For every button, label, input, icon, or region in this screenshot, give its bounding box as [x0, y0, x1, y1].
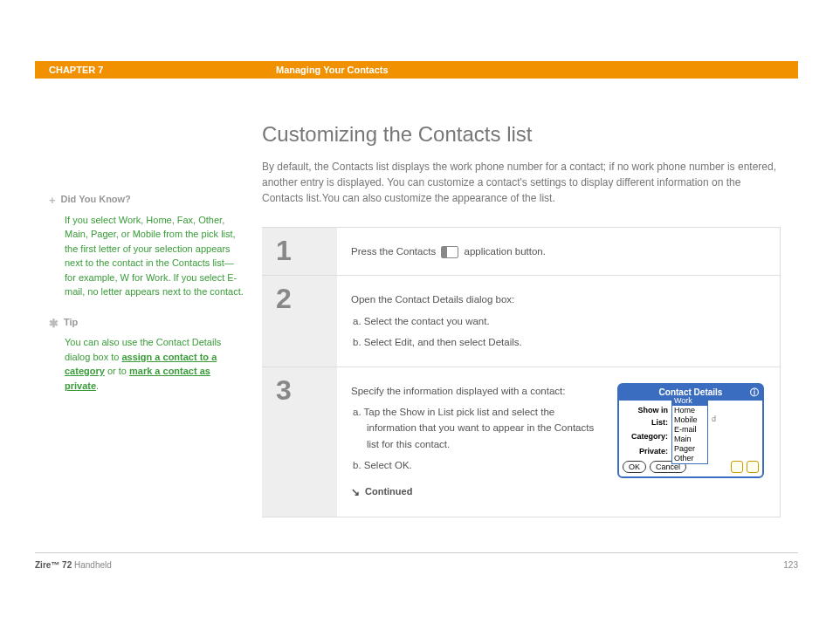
- step-3-text: Specify the information displayed with a…: [351, 383, 603, 501]
- picklist-option[interactable]: Work: [672, 396, 707, 406]
- show-in-list-label: Show in List:: [623, 404, 668, 429]
- step-2-text: Open the Contact Details dialog box: a. …: [351, 291, 764, 350]
- picklist-option[interactable]: Mobile: [672, 415, 707, 425]
- private-label: Private:: [623, 445, 668, 457]
- picklist-option[interactable]: Home: [672, 406, 707, 415]
- page-title: Customizing the Contacts list: [262, 122, 781, 147]
- note-icon[interactable]: [731, 461, 743, 473]
- picklist-option[interactable]: Main: [672, 435, 707, 444]
- step-3: 3 Specify the information displayed with…: [262, 367, 781, 517]
- step-2: 2 Open the Contact Details dialog box: a…: [262, 275, 781, 366]
- picklist-option[interactable]: Pager: [672, 444, 707, 454]
- category-label: Category:: [623, 430, 668, 442]
- info-icon: ⓘ: [750, 386, 759, 400]
- delete-icon[interactable]: [747, 461, 759, 473]
- intro-paragraph: By default, the Contacts list displays t…: [262, 159, 781, 206]
- product-name: Zire™ 72 Handheld: [35, 560, 112, 570]
- step-number: 3: [262, 367, 337, 517]
- footer: Zire™ 72 Handheld 123: [35, 552, 798, 570]
- asterisk-icon: ✱: [49, 315, 59, 332]
- ok-button[interactable]: OK: [623, 461, 646, 473]
- tip-text: You can also use the Contact Details dia…: [49, 335, 244, 393]
- did-you-know-label: Did You Know?: [61, 192, 131, 207]
- continued-indicator: ↘ Continued: [351, 484, 603, 501]
- tip-note: ✱ Tip You can also use the Contact Detai…: [49, 315, 244, 394]
- main-content: Customizing the Contacts list By default…: [262, 105, 798, 517]
- did-you-know-note: + Did You Know? If you select Work, Home…: [49, 192, 244, 299]
- section-label: Managing Your Contacts: [276, 65, 798, 75]
- chapter-label: CHAPTER 7: [35, 65, 276, 75]
- sidebar: + Did You Know? If you select Work, Home…: [35, 105, 262, 517]
- show-in-list-picklist[interactable]: Work Home Mobile E-mail Main Pager Other: [671, 395, 708, 464]
- did-you-know-text: If you select Work, Home, Fax, Other, Ma…: [49, 213, 244, 299]
- header-bar: CHAPTER 7 Managing Your Contacts: [35, 61, 798, 79]
- step-number: 1: [262, 228, 337, 275]
- picklist-option[interactable]: E-mail: [672, 425, 707, 435]
- arrow-down-right-icon: ↘: [351, 484, 360, 501]
- device-screenshot: Contact Details ⓘ Show in List: Category…: [617, 383, 764, 479]
- step-1: 1 Press the Contacts application button.: [262, 227, 781, 275]
- step-number: 2: [262, 276, 337, 366]
- picklist-option[interactable]: Other: [672, 454, 707, 463]
- page-number: 123: [783, 560, 798, 570]
- contacts-app-icon: [441, 246, 458, 258]
- step-1-text: Press the Contacts application button.: [351, 243, 764, 259]
- tip-label: Tip: [64, 315, 78, 330]
- category-value: d: [712, 413, 716, 425]
- plus-icon: +: [49, 192, 56, 209]
